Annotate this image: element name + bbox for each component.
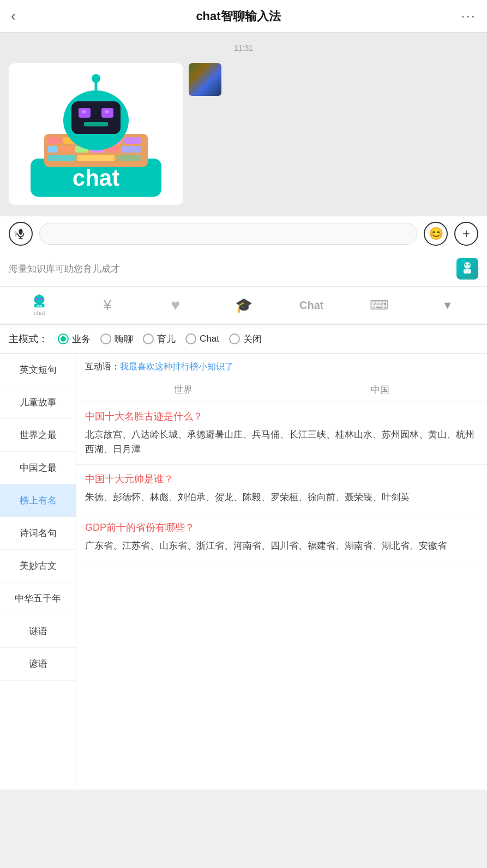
content-tabs: 世界 中国 xyxy=(76,378,487,402)
toolbar: chat chat ¥ ♥ 🎓 Chat ⌨ ▼ xyxy=(0,287,487,325)
plus-button[interactable]: + xyxy=(454,222,478,246)
toolbar-item-money[interactable]: ¥ xyxy=(75,292,141,319)
qa-answer-0: 北京故宫、八达岭长城、承德避暑山庄、兵马俑、长江三峡、桂林山水、苏州园林、黄山、… xyxy=(85,427,478,457)
svg-point-32 xyxy=(465,264,467,266)
svg-rect-8 xyxy=(124,137,141,144)
radio-haijing[interactable] xyxy=(100,333,111,344)
tab-china[interactable]: 中国 xyxy=(282,378,479,402)
sidebar-item-shijie[interactable]: 世界之最 xyxy=(0,419,76,452)
radio-guanbi[interactable] xyxy=(229,333,240,344)
promo-text: 海量知识库可助您育儿成才 xyxy=(9,263,456,275)
page-title: chat智聊输入法 xyxy=(196,8,280,25)
avatar xyxy=(189,63,221,96)
input-row: 😊 + xyxy=(0,216,487,251)
voice-button[interactable] xyxy=(9,222,33,246)
svg-rect-31 xyxy=(464,269,471,274)
qa-item-0: 中国十大名胜古迹是什么？ 北京故宫、八达岭长城、承德避暑山庄、兵马俑、长江三峡、… xyxy=(76,402,487,465)
svg-rect-3 xyxy=(48,137,61,144)
qa-question-2[interactable]: GDP前十的省份有哪些？ xyxy=(85,521,478,534)
mode-selector: 主模式： 业务 嗨聊 育儿 Chat 关闭 xyxy=(0,325,487,354)
sidebar-item-wuqian[interactable]: 中华五千年 xyxy=(0,582,76,615)
qa-answer-1: 朱德、彭德怀、林彪、刘伯承、贺龙、陈毅、罗荣桓、徐向前、聂荣臻、叶剑英 xyxy=(85,490,478,505)
svg-rect-16 xyxy=(77,155,115,161)
keyboard-icon: ⌨ xyxy=(370,298,389,313)
robot-illustration: chat xyxy=(9,63,183,205)
promo-bar: 海量知识库可助您育儿成才 xyxy=(0,251,487,287)
mode-text-yuer: 育儿 xyxy=(157,333,176,345)
money-icon: ¥ xyxy=(103,296,112,314)
toolbar-item-arrow-down[interactable]: ▼ xyxy=(414,292,480,319)
interactive-text[interactable]: 我最喜欢这种排行榜小知识了 xyxy=(120,362,233,371)
radio-yuer[interactable] xyxy=(143,333,154,344)
svg-rect-10 xyxy=(60,146,73,153)
back-button[interactable]: ‹ xyxy=(11,8,16,25)
svg-rect-24 xyxy=(82,110,86,113)
svg-point-30 xyxy=(464,262,471,269)
svg-rect-26 xyxy=(84,122,108,126)
graduation-icon: 🎓 xyxy=(235,297,252,314)
svg-text:chat: chat xyxy=(37,304,43,307)
message-input[interactable] xyxy=(39,223,417,245)
qa-item-1: 中国十大元帅是谁？ 朱德、彭德怀、林彪、刘伯承、贺龙、陈毅、罗荣桓、徐向前、聂荣… xyxy=(76,465,487,513)
qa-question-0[interactable]: 中国十大名胜古迹是什么？ xyxy=(85,410,478,423)
mode-label: 主模式： xyxy=(9,332,48,345)
arrow-down-icon: ▼ xyxy=(442,299,453,312)
mode-text-guanbi: 关闭 xyxy=(243,333,262,345)
svg-point-34 xyxy=(34,295,45,305)
content-panel: 互动语：我最喜欢这种排行榜小知识了 世界 中国 中国十大名胜古迹是什么？ 北京故… xyxy=(76,354,487,790)
mode-text-chat: Chat xyxy=(200,333,219,344)
main-content: 英文短句 儿童故事 世界之最 中国之最 榜上有名 诗词名句 美妙古文 中华五千年… xyxy=(0,354,487,790)
promo-icon[interactable] xyxy=(456,258,478,280)
mode-option-yewu[interactable]: 业务 xyxy=(58,333,91,345)
radio-chat[interactable] xyxy=(185,333,196,344)
mode-option-guanbi[interactable]: 关闭 xyxy=(229,333,262,345)
heart-icon: ♥ xyxy=(171,296,180,314)
radio-dot-yewu xyxy=(61,336,66,342)
toolbar-item-chat-logo[interactable]: chat chat xyxy=(7,291,73,319)
sidebar: 英文短句 儿童故事 世界之最 中国之最 榜上有名 诗词名句 美妙古文 中华五千年… xyxy=(0,354,76,790)
toolbar-item-chat-text[interactable]: Chat xyxy=(279,292,345,319)
chat-area: 11:31 chat xyxy=(0,33,487,216)
toolbar-item-heart[interactable]: ♥ xyxy=(142,292,208,319)
svg-rect-17 xyxy=(117,155,141,161)
svg-point-35 xyxy=(36,298,39,301)
sidebar-item-ertong[interactable]: 儿童故事 xyxy=(0,386,76,419)
svg-point-27 xyxy=(19,229,22,235)
qa-item-2: GDP前十的省份有哪些？ 广东省、江苏省、山东省、浙江省、河南省、四川省、福建省… xyxy=(76,513,487,561)
toolbar-item-keyboard[interactable]: ⌨ xyxy=(347,292,413,319)
svg-point-36 xyxy=(40,298,43,301)
header: ‹ chat智聊输入法 ··· xyxy=(0,0,487,33)
svg-rect-25 xyxy=(105,110,109,113)
mode-option-haijing[interactable]: 嗨聊 xyxy=(100,333,133,345)
sidebar-item-bang[interactable]: 榜上有名 xyxy=(0,484,76,517)
chat-text-icon: Chat xyxy=(299,299,323,312)
chat-logo-bubble: chat xyxy=(9,63,183,205)
toolbar-item-education[interactable]: 🎓 xyxy=(211,292,276,319)
qa-answer-2: 广东省、江苏省、山东省、浙江省、河南省、四川省、福建省、湖南省、湖北省、安徽省 xyxy=(85,538,478,553)
tab-world[interactable]: 世界 xyxy=(85,378,282,402)
mode-text-haijing: 嗨聊 xyxy=(115,333,133,345)
svg-rect-9 xyxy=(48,146,58,153)
radio-yewu[interactable] xyxy=(58,333,69,344)
chat-message-row: chat xyxy=(9,63,478,205)
message-timestamp: 11:31 xyxy=(234,44,253,52)
mode-option-yuer[interactable]: 育儿 xyxy=(143,333,176,345)
mode-option-chat[interactable]: Chat xyxy=(185,333,219,344)
qa-question-1[interactable]: 中国十大元帅是谁？ xyxy=(85,472,478,485)
sidebar-item-meiwen[interactable]: 美妙古文 xyxy=(0,550,76,582)
sidebar-item-yingwen[interactable]: 英文短句 xyxy=(0,354,76,386)
toolbar-label-chat: chat xyxy=(34,309,45,316)
svg-rect-15 xyxy=(48,155,75,161)
interactive-label: 互动语： xyxy=(85,362,120,371)
sidebar-item-zhongguo[interactable]: 中国之最 xyxy=(0,452,76,484)
sidebar-item-yanyu[interactable]: 谚语 xyxy=(0,648,76,681)
more-button[interactable]: ··· xyxy=(461,8,476,25)
interactive-header: 互动语：我最喜欢这种排行榜小知识了 xyxy=(76,354,487,378)
svg-text:chat: chat xyxy=(73,165,119,191)
emoji-button[interactable]: 😊 xyxy=(424,222,448,246)
sidebar-item-shici[interactable]: 诗词名句 xyxy=(0,517,76,550)
mode-text-yewu: 业务 xyxy=(72,333,91,345)
svg-point-20 xyxy=(92,74,100,83)
svg-point-33 xyxy=(468,264,470,266)
sidebar-item-miyu[interactable]: 谜语 xyxy=(0,615,76,648)
